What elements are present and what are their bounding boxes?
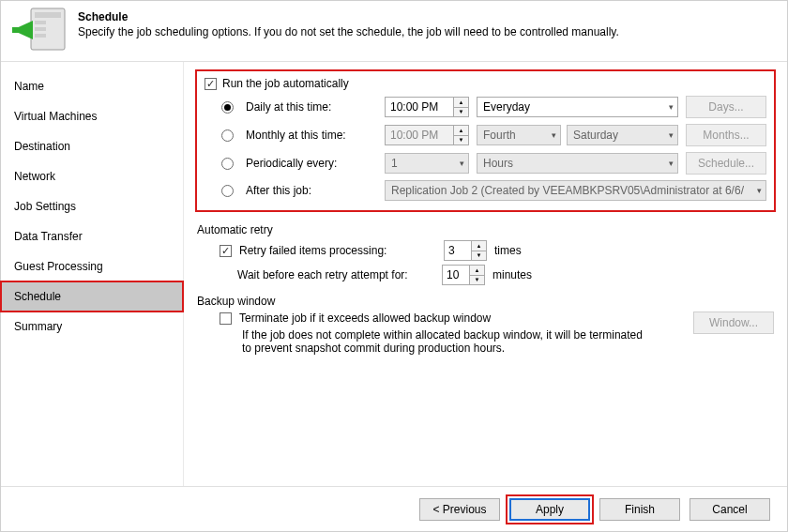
daily-day-select[interactable]: Everyday ▾ <box>477 97 678 117</box>
retry-times-label: times <box>494 244 522 257</box>
page-title: Schedule <box>78 10 776 23</box>
finish-button[interactable]: Finish <box>599 498 680 521</box>
after-label: After this job: <box>246 184 377 197</box>
monthly-time-input[interactable]: 10:00 PM ▲ ▼ <box>385 125 469 145</box>
daily-time-up[interactable]: ▲ <box>454 98 468 107</box>
monthly-ordinal-select[interactable]: Fourth ▾ <box>477 125 561 145</box>
wizard-footer: < Previous Apply Finish Cancel <box>1 486 787 531</box>
step-data-transfer[interactable]: Data Transfer <box>1 221 183 251</box>
schedule-panel: Run the job automatically Daily at this … <box>184 62 787 486</box>
daily-label: Daily at this time: <box>246 100 377 114</box>
step-job-settings[interactable]: Job Settings <box>1 191 183 221</box>
retry-enable-label: Retry failed items processing: <box>239 244 436 257</box>
step-destination[interactable]: Destination <box>1 131 183 161</box>
run-auto-label: Run the job automatically <box>222 77 349 90</box>
step-summary[interactable]: Summary <box>1 312 183 342</box>
retry-down[interactable]: ▼ <box>472 251 486 261</box>
retry-enable-checkbox[interactable] <box>220 245 232 257</box>
wizard-header: Schedule Specify the job scheduling opti… <box>1 1 787 61</box>
svg-rect-3 <box>35 27 46 31</box>
after-radio[interactable] <box>221 185 234 197</box>
chevron-down-icon: ▾ <box>552 130 556 140</box>
chevron-down-icon: ▾ <box>669 130 674 140</box>
wizard-body: Name Virtual Machines Destination Networ… <box>1 61 787 486</box>
step-guest-processing[interactable]: Guest Processing <box>1 251 183 281</box>
days-button[interactable]: Days... <box>686 96 766 118</box>
cancel-button[interactable]: Cancel <box>690 498 770 521</box>
chevron-down-icon: ▾ <box>460 159 464 168</box>
terminate-label: Terminate job if it exceeds allowed back… <box>239 312 491 325</box>
months-button[interactable]: Months... <box>686 124 766 146</box>
step-network[interactable]: Network <box>1 161 183 191</box>
wait-up[interactable]: ▲ <box>470 266 484 275</box>
wait-down[interactable]: ▼ <box>470 275 484 285</box>
window-button[interactable]: Window... <box>693 312 774 334</box>
daily-time-down[interactable]: ▼ <box>454 107 468 117</box>
retry-count-input[interactable]: 3 ▲ ▼ <box>444 240 487 261</box>
apply-button[interactable]: Apply <box>509 498 590 521</box>
monthly-time-up[interactable]: ▲ <box>454 126 468 135</box>
backup-window-note: If the job does not complete within allo… <box>242 328 655 355</box>
retry-wait-input[interactable]: 10 ▲ ▼ <box>442 265 485 285</box>
terminate-checkbox[interactable] <box>220 312 232 325</box>
chevron-down-icon: ▾ <box>669 102 674 112</box>
daily-time-input[interactable]: 10:00 PM ▲ ▼ <box>385 97 469 117</box>
retry-up[interactable]: ▲ <box>472 241 486 251</box>
daily-radio[interactable] <box>221 101 234 114</box>
monthly-radio[interactable] <box>221 129 234 142</box>
svg-rect-1 <box>35 12 61 18</box>
run-auto-checkbox[interactable] <box>205 78 217 90</box>
svg-rect-6 <box>12 27 29 33</box>
svg-rect-2 <box>35 21 46 24</box>
wizard-window: Schedule Specify the job scheduling opti… <box>0 0 788 532</box>
after-job-select[interactable]: Replication Job 2 (Created by VEEAMBKPSR… <box>385 180 766 201</box>
chevron-down-icon: ▾ <box>757 186 762 195</box>
period-unit-select[interactable]: Hours ▾ <box>477 153 678 174</box>
retry-section-label: Automatic retry <box>197 223 774 236</box>
retry-minutes-label: minutes <box>492 268 532 281</box>
step-schedule[interactable]: Schedule <box>1 281 183 312</box>
monthly-weekday-select[interactable]: Saturday ▾ <box>567 125 678 145</box>
step-virtual-machines[interactable]: Virtual Machines <box>1 101 183 131</box>
backup-window-section-label: Backup window <box>197 295 774 308</box>
schedule-icon <box>12 7 68 53</box>
page-description: Specify the job scheduling options. If y… <box>78 25 776 38</box>
monthly-label: Monthly at this time: <box>246 129 377 142</box>
run-automatically-group: Run the job automatically Daily at this … <box>197 71 774 210</box>
period-radio[interactable] <box>221 158 234 170</box>
wizard-steps: Name Virtual Machines Destination Networ… <box>1 62 184 486</box>
period-label: Periodically every: <box>246 157 377 170</box>
previous-button[interactable]: < Previous <box>419 498 500 521</box>
retry-wait-label: Wait before each retry attempt for: <box>237 268 434 281</box>
chevron-down-icon: ▾ <box>669 159 674 168</box>
period-value-select[interactable]: 1 ▾ <box>385 153 469 174</box>
step-name[interactable]: Name <box>1 71 183 101</box>
schedule-button[interactable]: Schedule... <box>686 152 766 175</box>
monthly-time-down[interactable]: ▼ <box>454 135 468 145</box>
svg-rect-4 <box>35 34 46 38</box>
